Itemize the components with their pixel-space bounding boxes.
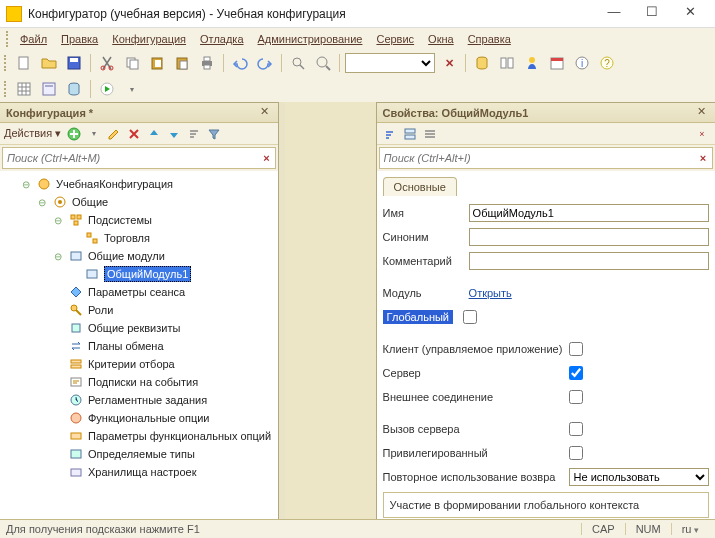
tree-item[interactable]: Функциональные опции [2, 409, 276, 427]
menu-file[interactable]: Файл [14, 31, 53, 47]
calendar-icon[interactable] [546, 52, 568, 74]
subsystems-icon [68, 212, 84, 228]
paste-button[interactable] [146, 52, 168, 74]
delete-icon[interactable] [125, 125, 143, 143]
combo-box[interactable] [345, 53, 435, 73]
tree-module1[interactable]: ОбщийМодуль1 [2, 265, 276, 283]
cut-button[interactable] [96, 52, 118, 74]
expand-icon[interactable]: ⊖ [52, 250, 64, 262]
props-panel-title-bar: Свойства: ОбщийМодуль1 ✕ [377, 103, 715, 123]
panel-close-icon[interactable]: ✕ [256, 105, 272, 121]
props-search-clear[interactable]: × [694, 152, 712, 164]
tree-item[interactable]: Подписки на события [2, 373, 276, 391]
link-open[interactable]: Открыть [469, 287, 512, 299]
panel-close-icon[interactable]: ✕ [693, 105, 709, 121]
sort-asc-icon[interactable] [381, 125, 399, 143]
menu-service[interactable]: Сервис [370, 31, 420, 47]
open-button[interactable] [38, 52, 60, 74]
input-synonym[interactable] [469, 228, 709, 246]
add-button[interactable] [65, 125, 83, 143]
close-button[interactable]: ✕ [671, 4, 709, 24]
toolbar-grip[interactable] [4, 55, 7, 71]
check-client[interactable] [569, 342, 583, 356]
menu-admin[interactable]: Администрирование [252, 31, 369, 47]
expand-icon[interactable]: ⊖ [20, 178, 32, 190]
check-callserver[interactable] [569, 422, 583, 436]
config-search-clear[interactable]: × [257, 152, 275, 164]
minimize-button[interactable]: — [595, 4, 633, 24]
filter-icon[interactable] [205, 125, 223, 143]
tree-item[interactable]: Критерии отбора [2, 355, 276, 373]
tree-item[interactable]: Регламентные задания [2, 391, 276, 409]
svg-rect-44 [71, 360, 81, 363]
tree-trade[interactable]: Торговля [2, 229, 276, 247]
actions-menu[interactable]: Действия ▾ [4, 127, 63, 140]
form-icon[interactable] [38, 78, 60, 100]
svg-rect-53 [405, 135, 415, 139]
list-icon[interactable] [421, 125, 439, 143]
check-external[interactable] [569, 390, 583, 404]
copy-button[interactable] [121, 52, 143, 74]
help-icon[interactable]: ? [596, 52, 618, 74]
tree-item[interactable]: Планы обмена [2, 337, 276, 355]
find-button[interactable] [287, 52, 309, 74]
check-server[interactable] [569, 366, 583, 380]
config-search-input[interactable] [3, 150, 257, 166]
sort-icon[interactable] [185, 125, 203, 143]
wizard-icon[interactable] [521, 52, 543, 74]
pin-icon[interactable]: × [693, 125, 711, 143]
props-search-input[interactable] [380, 150, 694, 166]
info-icon[interactable]: i [571, 52, 593, 74]
check-privileged[interactable] [569, 446, 583, 460]
toolbar2-grip[interactable] [4, 81, 7, 97]
add-dropdown[interactable]: ▾ [85, 125, 103, 143]
move-down-icon[interactable] [165, 125, 183, 143]
svg-rect-35 [71, 215, 75, 219]
grid-icon[interactable] [13, 78, 35, 100]
menu-edit[interactable]: Правка [55, 31, 104, 47]
menu-windows[interactable]: Окна [422, 31, 460, 47]
run-icon[interactable] [96, 78, 118, 100]
save-button[interactable] [63, 52, 85, 74]
edit-icon[interactable] [105, 125, 123, 143]
clear-button[interactable]: ✕ [438, 52, 460, 74]
input-comment[interactable] [469, 252, 709, 270]
category-icon[interactable] [401, 125, 419, 143]
menu-config[interactable]: Конфигурация [106, 31, 192, 47]
status-lang[interactable]: ru [671, 523, 709, 535]
menu-grip[interactable] [6, 31, 9, 47]
run-dropdown[interactable]: ▾ [121, 78, 143, 100]
tree-item[interactable]: Хранилища настроек [2, 463, 276, 481]
expand-icon[interactable]: ⊖ [52, 214, 64, 226]
undo-button[interactable] [229, 52, 251, 74]
paste-special-button[interactable] [171, 52, 193, 74]
menu-help[interactable]: Справка [462, 31, 517, 47]
db2-icon[interactable] [63, 78, 85, 100]
tree-item[interactable]: Параметры сеанса [2, 283, 276, 301]
select-reuse[interactable]: Не использовать [569, 468, 709, 486]
params-icon [68, 428, 84, 444]
tree-root[interactable]: ⊖ УчебнаяКонфигурация [2, 175, 276, 193]
redo-button[interactable] [254, 52, 276, 74]
maximize-button[interactable]: ☐ [633, 4, 671, 24]
svg-rect-28 [45, 85, 53, 87]
new-button[interactable] [13, 52, 35, 74]
tree-item[interactable]: Общие реквизиты [2, 319, 276, 337]
menu-debug[interactable]: Отладка [194, 31, 249, 47]
config-tree[interactable]: ⊖ УчебнаяКонфигурация ⊖ Общие ⊖ Подсисте… [0, 171, 278, 538]
tree-common[interactable]: ⊖ Общие [2, 193, 276, 211]
db-icon[interactable] [471, 52, 493, 74]
tables-icon[interactable] [496, 52, 518, 74]
tree-item[interactable]: Роли [2, 301, 276, 319]
zoom-button[interactable] [312, 52, 334, 74]
tab-main[interactable]: Основные [383, 177, 457, 196]
tree-item[interactable]: Определяемые типы [2, 445, 276, 463]
move-up-icon[interactable] [145, 125, 163, 143]
tree-subsystems[interactable]: ⊖ Подсистемы [2, 211, 276, 229]
expand-icon[interactable]: ⊖ [36, 196, 48, 208]
input-name[interactable] [469, 204, 709, 222]
print-button[interactable] [196, 52, 218, 74]
tree-item[interactable]: Параметры функциональных опций [2, 427, 276, 445]
check-global[interactable] [463, 310, 477, 324]
tree-common-modules[interactable]: ⊖ Общие модули [2, 247, 276, 265]
